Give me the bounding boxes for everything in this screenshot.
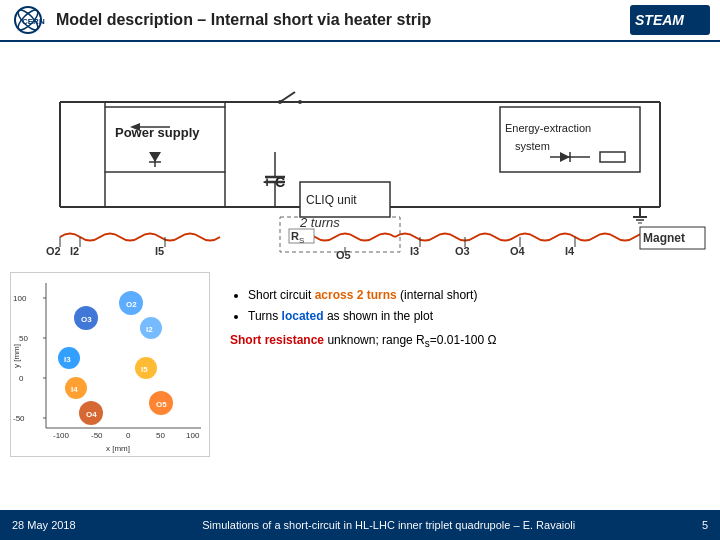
svg-text:O5: O5 — [156, 400, 167, 409]
circuit-svg: Power supply — [10, 47, 710, 267]
svg-text:STEAM: STEAM — [635, 12, 684, 28]
svg-text:O3: O3 — [455, 245, 470, 257]
svg-text:R: R — [291, 230, 299, 242]
footer: 28 May 2018 Simulations of a short-circu… — [0, 510, 720, 540]
svg-rect-39 — [600, 152, 625, 162]
bottom-section: 100 50 0 -50 y [mm] -100 -50 0 50 100 x … — [10, 272, 710, 462]
svg-text:0: 0 — [19, 374, 24, 383]
svg-text:O2: O2 — [46, 245, 61, 257]
svg-text:Energy-extraction: Energy-extraction — [505, 122, 591, 134]
cern-logo: CERN — [10, 5, 46, 35]
svg-text:O2: O2 — [126, 300, 137, 309]
highlight-located: located — [282, 309, 324, 323]
svg-text:-50: -50 — [91, 431, 103, 440]
svg-text:I4: I4 — [565, 245, 575, 257]
cross-section-plot: 100 50 0 -50 y [mm] -100 -50 0 50 100 x … — [10, 272, 210, 457]
footer-page: 5 — [702, 519, 708, 531]
bullet-points-section: Short circuit across 2 turns (internal s… — [220, 272, 710, 462]
svg-text:I5: I5 — [141, 365, 148, 374]
svg-text:Magnet: Magnet — [643, 231, 685, 245]
steam-logo: STEAM — [630, 5, 710, 35]
svg-text:-50: -50 — [13, 414, 25, 423]
svg-text:y [mm]: y [mm] — [12, 344, 21, 368]
svg-text:50: 50 — [156, 431, 165, 440]
svg-text:O3: O3 — [81, 315, 92, 324]
svg-text:O5: O5 — [336, 249, 351, 261]
bullet-list: Short circuit across 2 turns (internal s… — [230, 287, 700, 325]
svg-line-22 — [280, 92, 295, 102]
svg-text:S: S — [299, 236, 304, 245]
svg-text:50: 50 — [19, 334, 28, 343]
bullet-item-2: Turns located as shown in the plot — [248, 308, 700, 325]
header: CERN Model description – Internal short … — [0, 0, 720, 42]
svg-text:O4: O4 — [86, 410, 97, 419]
svg-text:O4: O4 — [510, 245, 526, 257]
footer-date: 28 May 2018 — [12, 519, 76, 531]
svg-text:I3: I3 — [64, 355, 71, 364]
svg-text:CERN: CERN — [22, 17, 45, 26]
svg-text:I2: I2 — [146, 325, 153, 334]
svg-text:x [mm]: x [mm] — [106, 444, 130, 453]
footer-description: Simulations of a short-circuit in HL-LHC… — [202, 519, 575, 531]
svg-text:100: 100 — [186, 431, 200, 440]
resistance-label: Short resistance — [230, 333, 324, 347]
svg-text:0: 0 — [126, 431, 131, 440]
svg-text:100: 100 — [13, 294, 27, 303]
resistance-note: Short resistance unknown; range Rs=0.01-… — [230, 333, 700, 349]
highlight-turns: across 2 turns — [315, 288, 397, 302]
bullet-item-1: Short circuit across 2 turns (internal s… — [248, 287, 700, 304]
svg-text:I3: I3 — [410, 245, 419, 257]
page-title: Model description – Internal short via h… — [56, 11, 630, 29]
svg-point-25 — [298, 100, 302, 104]
svg-text:CLIQ unit: CLIQ unit — [306, 193, 357, 207]
circuit-diagram: Power supply — [10, 47, 710, 267]
svg-text:I5: I5 — [155, 245, 164, 257]
main-content: Power supply — [0, 42, 720, 510]
plot-svg: 100 50 0 -50 y [mm] -100 -50 0 50 100 x … — [11, 273, 211, 458]
svg-text:I2: I2 — [70, 245, 79, 257]
svg-point-24 — [278, 100, 282, 104]
svg-text:2 turns: 2 turns — [299, 215, 340, 230]
svg-text:system: system — [515, 140, 550, 152]
svg-text:I4: I4 — [71, 385, 78, 394]
svg-text:-100: -100 — [53, 431, 70, 440]
